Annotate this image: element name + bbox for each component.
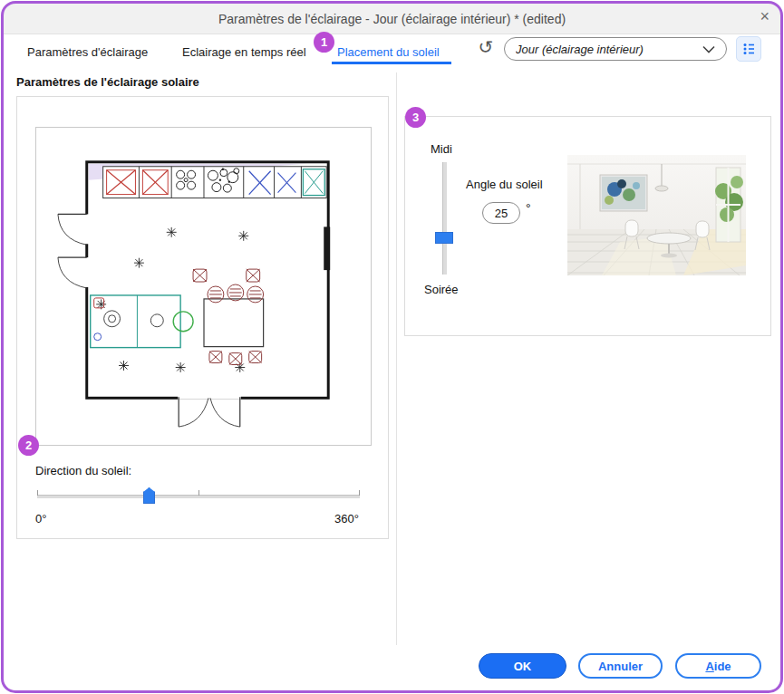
sun-direction-slider[interactable] [37,487,360,504]
tab-parametres-eclairage[interactable]: Paramètres d'éclairage [27,45,148,59]
help-button[interactable]: Aide [675,653,761,679]
lighting-preset-value: Jour (éclairage intérieur) [516,43,702,56]
sun-time-slider[interactable] [432,162,456,275]
ok-button[interactable]: OK [479,653,566,679]
options-menu-button[interactable] [736,36,761,62]
callout-badge-3: 3 [405,107,426,128]
list-dots-icon [740,41,757,57]
slider-tick [37,490,38,496]
sun-angle-unit: ° [526,201,531,216]
dialog-titlebar: Paramètres de l'éclairage - Jour (éclair… [4,4,780,34]
cancel-button[interactable]: Annuler [578,653,663,679]
time-bottom-label: Soirée [424,283,459,296]
help-rest: ide [714,660,731,673]
sun-angle-input[interactable] [482,202,520,224]
solar-settings-heading: Paramètres de l'éclairage solaire [16,75,199,89]
chevron-down-icon [702,45,715,53]
slider-tick [359,490,360,496]
solar-settings-panel: Direction du soleil: 0° 360° [16,96,389,539]
dialog-title: Paramètres de l'éclairage - Jour (éclair… [218,12,566,26]
close-icon[interactable]: × [760,8,769,24]
time-top-label: Midi [431,142,452,156]
tab-placement-du-soleil[interactable]: Placement du soleil [337,45,440,59]
sun-time-slider-track[interactable] [442,162,447,275]
sun-position-panel: Midi Soirée Angle du soleil ° [404,116,771,336]
tab-eclairage-temps-reel[interactable]: Eclairage en temps réel [182,45,306,59]
sun-angle-label: Angle du soleil [466,178,543,191]
render-preview [567,155,746,275]
history-reset-icon[interactable]: ↺ [475,36,497,58]
lighting-preset-dropdown[interactable]: Jour (éclairage intérieur) [504,37,727,61]
floor-plan-preview [35,127,372,446]
active-tab-underline [332,62,451,64]
panel-divider [396,72,397,645]
sun-direction-slider-thumb[interactable] [143,487,155,504]
callout-badge-1: 1 [314,32,334,53]
sun-time-slider-thumb[interactable] [435,232,453,244]
callout-badge-2: 2 [18,435,39,456]
direction-max-label: 360° [334,512,359,525]
slider-tick [198,490,199,496]
sun-direction-label: Direction du soleil: [35,464,131,477]
help-mnemonic: A [705,660,713,673]
direction-min-label: 0° [35,512,46,525]
